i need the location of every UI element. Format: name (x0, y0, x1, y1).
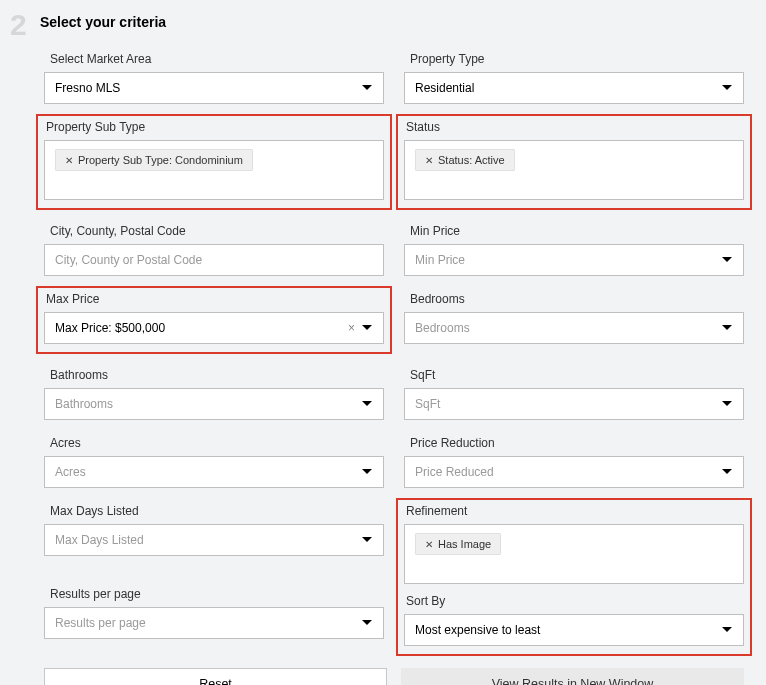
select-acres[interactable]: Acres (44, 456, 384, 488)
chip-label: Status: Active (438, 154, 505, 166)
label-min-price: Min Price (404, 220, 744, 244)
select-sort-by[interactable]: Most expensive to least (404, 614, 744, 646)
clear-icon[interactable]: × (348, 321, 355, 335)
chevron-down-icon (361, 400, 373, 408)
placeholder-text: Bathrooms (55, 397, 113, 411)
button-row: Reset View Results in New Window (0, 660, 766, 685)
select-sqft[interactable]: SqFt (404, 388, 744, 420)
select-price-reduction[interactable]: Price Reduced (404, 456, 744, 488)
label-market-area: Select Market Area (44, 48, 384, 72)
label-status: Status (404, 116, 744, 140)
placeholder-text: SqFt (415, 397, 440, 411)
chevron-down-icon (721, 468, 733, 476)
field-property-sub-type: Property Sub Type ✕ Property Sub Type: C… (36, 114, 392, 210)
select-value: Fresno MLS (55, 81, 120, 95)
label-refinement: Refinement (404, 500, 744, 524)
field-max-price: Max Price Max Price: $500,000 × (36, 286, 392, 354)
chip-property-sub-type: ✕ Property Sub Type: Condominium (55, 149, 253, 171)
chevron-down-icon (361, 84, 373, 92)
field-bathrooms: Bathrooms Bathrooms (44, 364, 384, 420)
chevron-down-icon (361, 324, 373, 332)
reset-button[interactable]: Reset (44, 668, 387, 685)
field-status: Status ✕ Status: Active (396, 114, 752, 210)
chip-label: Has Image (438, 538, 491, 550)
select-min-price[interactable]: Min Price (404, 244, 744, 276)
label-sqft: SqFt (404, 364, 744, 388)
chip-status: ✕ Status: Active (415, 149, 515, 171)
step-number: 2 (10, 8, 40, 42)
select-value: Most expensive to least (415, 623, 540, 637)
chip-label: Property Sub Type: Condominium (78, 154, 243, 166)
placeholder-text: Min Price (415, 253, 465, 267)
multiselect-refinement[interactable]: ✕ Has Image (404, 524, 744, 584)
label-max-price: Max Price (44, 288, 384, 312)
placeholder-text: Max Days Listed (55, 533, 144, 547)
label-property-sub-type: Property Sub Type (44, 116, 384, 140)
input-city-county-postal[interactable]: City, County or Postal Code (44, 244, 384, 276)
field-bedrooms: Bedrooms Bedrooms (404, 288, 744, 352)
label-sort-by: Sort By (404, 590, 744, 614)
step-header: 2 Select your criteria (0, 0, 766, 42)
label-city-county-postal: City, County, Postal Code (44, 220, 384, 244)
chevron-down-icon (361, 619, 373, 627)
criteria-grid: Select Market Area Fresno MLS Property T… (0, 42, 766, 660)
label-property-type: Property Type (404, 48, 744, 72)
select-results-per-page[interactable]: Results per page (44, 607, 384, 639)
label-bathrooms: Bathrooms (44, 364, 384, 388)
field-sort-by: Sort By Most expensive to least (404, 590, 744, 646)
select-value: Residential (415, 81, 474, 95)
field-price-reduction: Price Reduction Price Reduced (404, 432, 744, 488)
step-title: Select your criteria (40, 8, 166, 30)
field-min-price: Min Price Min Price (404, 220, 744, 276)
placeholder-text: Price Reduced (415, 465, 494, 479)
field-refinement-sortby-group: Refinement ✕ Has Image Sort By Most expe… (396, 498, 752, 656)
view-results-button[interactable]: View Results in New Window (401, 668, 744, 685)
select-bathrooms[interactable]: Bathrooms (44, 388, 384, 420)
field-property-type: Property Type Residential (404, 48, 744, 104)
field-acres: Acres Acres (44, 432, 384, 488)
close-icon[interactable]: ✕ (65, 155, 73, 166)
select-bedrooms[interactable]: Bedrooms (404, 312, 744, 344)
close-icon[interactable]: ✕ (425, 155, 433, 166)
label-price-reduction: Price Reduction (404, 432, 744, 456)
placeholder-text: Acres (55, 465, 86, 479)
chevron-down-icon (361, 536, 373, 544)
label-acres: Acres (44, 432, 384, 456)
field-market-area: Select Market Area Fresno MLS (44, 48, 384, 104)
chevron-down-icon (721, 84, 733, 92)
placeholder-text: Results per page (55, 616, 146, 630)
chevron-down-icon (721, 324, 733, 332)
field-city-county-postal: City, County, Postal Code City, County o… (44, 220, 384, 276)
placeholder-text: City, County or Postal Code (55, 253, 202, 267)
field-results-per-page: Results per page Results per page (44, 583, 384, 654)
chevron-down-icon (721, 626, 733, 634)
field-sqft: SqFt SqFt (404, 364, 744, 420)
field-max-days-listed: Max Days Listed Max Days Listed (44, 500, 384, 571)
select-max-days-listed[interactable]: Max Days Listed (44, 524, 384, 556)
chip-refinement: ✕ Has Image (415, 533, 501, 555)
multiselect-status[interactable]: ✕ Status: Active (404, 140, 744, 200)
placeholder-text: Bedrooms (415, 321, 470, 335)
chevron-down-icon (361, 468, 373, 476)
label-max-days-listed: Max Days Listed (44, 500, 384, 524)
select-value: Max Price: $500,000 (55, 321, 165, 335)
label-bedrooms: Bedrooms (404, 288, 744, 312)
select-market-area[interactable]: Fresno MLS (44, 72, 384, 104)
multiselect-property-sub-type[interactable]: ✕ Property Sub Type: Condominium (44, 140, 384, 200)
field-refinement: Refinement ✕ Has Image (404, 500, 744, 584)
label-results-per-page: Results per page (44, 583, 384, 607)
select-max-price[interactable]: Max Price: $500,000 × (44, 312, 384, 344)
chevron-down-icon (721, 400, 733, 408)
close-icon[interactable]: ✕ (425, 539, 433, 550)
select-property-type[interactable]: Residential (404, 72, 744, 104)
chevron-down-icon (721, 256, 733, 264)
